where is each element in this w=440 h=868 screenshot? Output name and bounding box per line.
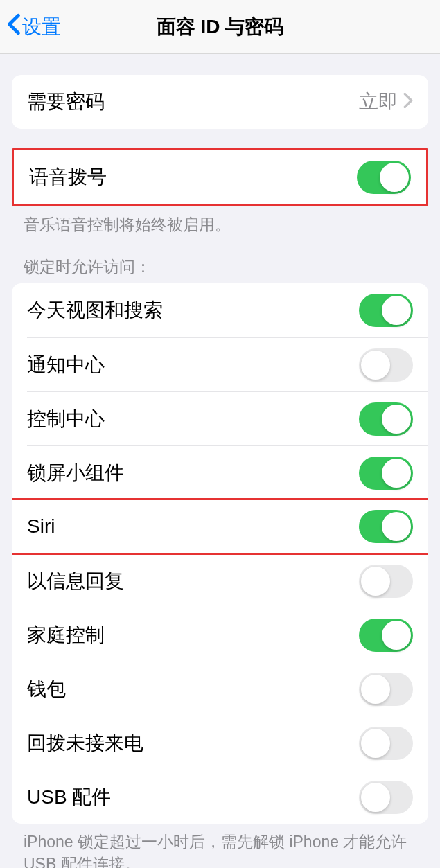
voice-dial-toggle[interactable] (357, 161, 411, 194)
allow-access-toggle[interactable] (359, 727, 413, 760)
allow-access-toggle[interactable] (359, 510, 413, 543)
allow-access-item-label: 锁屏小组件 (27, 460, 124, 486)
allow-access-toggle[interactable] (359, 673, 413, 706)
require-passcode-label: 需要密码 (27, 89, 105, 115)
toggle-knob (382, 512, 411, 541)
allow-access-row: 钱包 (27, 662, 428, 716)
require-passcode-value: 立即 (359, 89, 413, 115)
toggle-knob (382, 405, 411, 434)
allow-access-item-label: 钱包 (27, 676, 66, 702)
toggle-knob (361, 675, 390, 704)
allow-access-toggle[interactable] (359, 619, 413, 652)
passcode-group: 需要密码 立即 (12, 75, 428, 129)
navigation-bar: 设置 面容 ID 与密码 (0, 0, 440, 54)
toggle-knob (361, 783, 390, 812)
require-passcode-row[interactable]: 需要密码 立即 (12, 75, 428, 129)
toggle-knob (361, 567, 390, 596)
allow-access-row: 以信息回复 (27, 553, 428, 608)
allow-access-footer: iPhone 锁定超过一小时后，需先解锁 iPhone 才能允许USB 配件连接… (0, 824, 440, 868)
allow-access-toggle[interactable] (359, 781, 413, 814)
allow-access-row: 锁屏小组件 (27, 445, 428, 499)
allow-access-toggle[interactable] (359, 294, 413, 327)
allow-access-item-label: Siri (27, 515, 55, 538)
allow-access-item-label: 控制中心 (27, 406, 105, 432)
allow-access-header: 锁定时允许访问： (0, 236, 440, 283)
allow-access-group: 今天视图和搜索通知中心控制中心锁屏小组件Siri以信息回复家庭控制钱包回拨未接来… (12, 283, 428, 824)
toggle-knob (361, 729, 390, 758)
back-button[interactable]: 设置 (0, 13, 61, 40)
allow-access-item-label: 回拨未接来电 (27, 730, 143, 756)
allow-access-row: 通知中心 (27, 337, 428, 391)
allow-access-toggle[interactable] (359, 402, 413, 436)
toggle-knob (382, 621, 411, 650)
allow-access-row: 家庭控制 (27, 608, 428, 662)
allow-access-row: 控制中心 (27, 391, 428, 445)
allow-access-item-label: USB 配件 (27, 784, 111, 811)
voice-dial-row: 语音拨号 (14, 150, 426, 204)
allow-access-item-label: 通知中心 (27, 352, 105, 378)
allow-access-toggle[interactable] (359, 348, 413, 382)
allow-access-row: USB 配件 (27, 770, 428, 824)
allow-access-toggle[interactable] (359, 457, 413, 490)
allow-access-row: 回拨未接来电 (27, 716, 428, 770)
voice-dial-group: 语音拨号 (12, 148, 428, 206)
page-title: 面容 ID 与密码 (0, 14, 440, 40)
toggle-knob (382, 459, 411, 488)
toggle-knob (380, 163, 409, 192)
allow-access-item-label: 今天视图和搜索 (27, 297, 163, 324)
allow-access-row: 今天视图和搜索 (12, 283, 428, 337)
voice-dial-footer: 音乐语音控制将始终被启用。 (0, 206, 440, 236)
chevron-right-icon (403, 91, 413, 113)
allow-access-row: Siri (12, 499, 428, 553)
chevron-left-icon (7, 13, 21, 40)
allow-access-item-label: 家庭控制 (27, 622, 105, 648)
toggle-knob (382, 296, 411, 325)
voice-dial-label: 语音拨号 (29, 164, 107, 191)
toggle-knob (361, 351, 390, 380)
allow-access-item-label: 以信息回复 (27, 568, 124, 594)
back-label: 设置 (22, 14, 61, 40)
allow-access-toggle[interactable] (359, 565, 413, 598)
